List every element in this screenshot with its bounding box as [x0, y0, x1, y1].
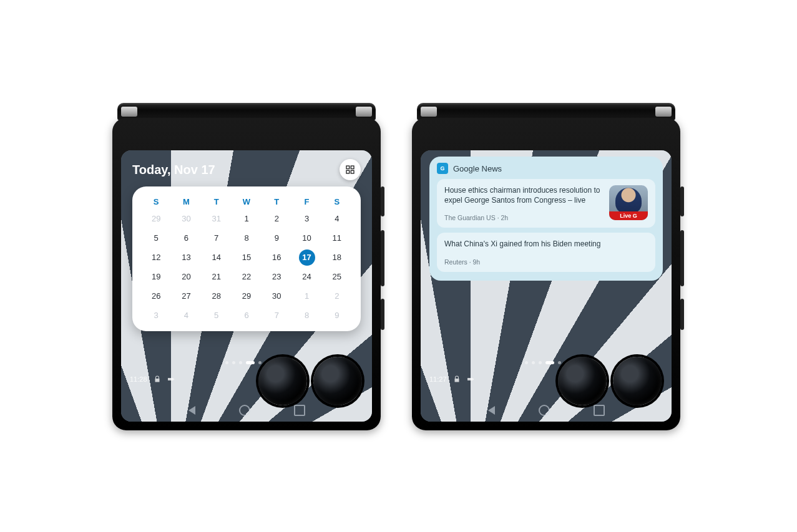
page-dot[interactable]: [258, 361, 262, 364]
calendar-day[interactable]: 5: [214, 311, 218, 320]
calendar-day-today[interactable]: 17: [299, 249, 315, 266]
news-story[interactable]: House ethics chairman introduces resolut…: [437, 179, 655, 228]
calendar-day[interactable]: 4: [184, 311, 188, 320]
calendar-day[interactable]: 5: [154, 233, 159, 243]
status-bar: 11:28: [130, 375, 175, 383]
calendar-day[interactable]: 24: [302, 272, 311, 281]
recents-icon[interactable]: [294, 405, 305, 416]
calendar-day[interactable]: 14: [212, 253, 220, 262]
calendar-day[interactable]: 28: [212, 291, 220, 301]
camera-lens: [558, 357, 607, 405]
camera-lens: [313, 357, 362, 405]
calendar-day[interactable]: 22: [242, 272, 251, 281]
phone-body: Today, Nov 17 SMTWTFS2930311234567891011…: [112, 118, 381, 430]
volume-down-button[interactable]: [680, 230, 684, 286]
news-meta: Reuters · 9h: [444, 258, 648, 266]
calendar-day[interactable]: 11: [333, 233, 341, 243]
calendar-day[interactable]: 31: [212, 214, 220, 223]
calendar-view-toggle-button[interactable]: [340, 159, 361, 180]
svg-rect-2: [346, 170, 350, 173]
calendar-dow: T: [214, 197, 219, 206]
battery-icon: [167, 375, 175, 383]
calendar-day[interactable]: 3: [305, 214, 309, 223]
page-dot[interactable]: [532, 361, 535, 364]
lock-icon: [154, 375, 161, 383]
news-headline: What China's Xi gained from his Biden me…: [444, 239, 648, 249]
lock-icon: [453, 375, 461, 383]
calendar-dow: T: [274, 197, 279, 206]
home-icon[interactable]: [539, 405, 550, 416]
calendar-day[interactable]: 8: [305, 311, 309, 320]
status-time: 11:27: [429, 375, 447, 383]
calendar-dow: W: [243, 197, 250, 206]
cover-screen[interactable]: G Google News House ethics chairman intr…: [421, 150, 672, 422]
calendar-day[interactable]: 8: [244, 233, 248, 243]
nav-bar[interactable]: [421, 403, 672, 418]
live-badge: Live G: [609, 211, 648, 220]
news-story[interactable]: What China's Xi gained from his Biden me…: [437, 233, 655, 271]
calendar-widget[interactable]: SMTWTFS293031123456789101112131415161718…: [132, 186, 361, 331]
calendar-day[interactable]: 4: [335, 214, 339, 223]
calendar-day[interactable]: 21: [212, 272, 220, 281]
calendar-day[interactable]: 1: [305, 291, 309, 301]
home-icon[interactable]: [239, 405, 250, 416]
calendar-day[interactable]: 15: [242, 253, 251, 262]
calendar-day[interactable]: 3: [154, 311, 159, 320]
calendar-day[interactable]: 6: [184, 233, 188, 243]
page-dot[interactable]: [525, 361, 528, 364]
calendar-day[interactable]: 23: [272, 272, 281, 281]
news-meta: The Guardian US · 2h: [444, 214, 603, 221]
volume-up-button[interactable]: [381, 186, 384, 216]
phone-body: G Google News House ethics chairman intr…: [412, 118, 680, 430]
back-icon[interactable]: [488, 406, 495, 415]
calendar-day[interactable]: 9: [335, 311, 339, 320]
power-button[interactable]: [680, 299, 684, 330]
calendar-day[interactable]: 16: [272, 253, 281, 262]
power-button[interactable]: [381, 299, 384, 330]
recents-icon[interactable]: [594, 405, 605, 416]
calendar-day[interactable]: 7: [214, 233, 218, 243]
calendar-day[interactable]: 9: [275, 233, 279, 243]
calendar-day[interactable]: 29: [152, 214, 160, 223]
page-dot[interactable]: [246, 361, 255, 364]
page-dot[interactable]: [225, 361, 228, 364]
page-dot[interactable]: [239, 361, 242, 364]
calendar-day[interactable]: 25: [333, 272, 341, 281]
calendar-day[interactable]: 13: [182, 253, 190, 262]
calendar-day[interactable]: 19: [152, 272, 160, 281]
svg-rect-3: [351, 170, 354, 173]
page-dot[interactable]: [539, 361, 542, 364]
back-icon[interactable]: [188, 406, 195, 415]
calendar-day[interactable]: 7: [275, 311, 279, 320]
cover-screen[interactable]: Today, Nov 17 SMTWTFS2930311234567891011…: [121, 150, 372, 422]
calendar-day[interactable]: 26: [152, 291, 160, 301]
svg-rect-0: [346, 166, 350, 169]
calendar-day[interactable]: 6: [244, 311, 248, 320]
svg-rect-1: [351, 166, 354, 169]
calendar-title: Today, Nov 17: [132, 163, 215, 177]
calendar-day[interactable]: 18: [333, 253, 341, 262]
status-time: 11:28: [130, 375, 147, 383]
battery-icon: [467, 375, 474, 383]
page-dot[interactable]: [232, 361, 235, 364]
google-news-widget[interactable]: G Google News House ethics chairman intr…: [429, 157, 663, 281]
calendar-day[interactable]: 30: [182, 214, 190, 223]
calendar-day[interactable]: 30: [272, 291, 281, 301]
status-bar: 11:27: [429, 375, 474, 383]
nav-bar[interactable]: [121, 403, 372, 418]
page-dot[interactable]: [558, 361, 561, 364]
calendar-day[interactable]: 2: [275, 214, 279, 223]
calendar-day[interactable]: 10: [302, 233, 311, 243]
calendar-day[interactable]: 2: [335, 291, 339, 301]
calendar-day[interactable]: 1: [244, 214, 248, 223]
calendar-day[interactable]: 12: [152, 253, 160, 262]
calendar-dow: S: [154, 197, 159, 206]
calendar-day[interactable]: 20: [182, 272, 190, 281]
volume-up-button[interactable]: [680, 186, 684, 216]
calendar-day[interactable]: 29: [242, 291, 251, 301]
volume-down-button[interactable]: [381, 230, 384, 286]
page-dot[interactable]: [545, 361, 554, 364]
calendar-day[interactable]: 27: [182, 291, 190, 301]
calendar-dow: S: [335, 197, 340, 206]
flip-phone-calendar: Today, Nov 17 SMTWTFS2930311234567891011…: [112, 103, 381, 430]
